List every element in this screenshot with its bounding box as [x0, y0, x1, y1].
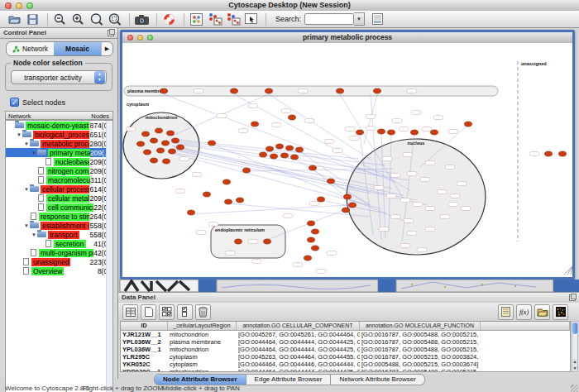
zoom-out-icon[interactable]: [52, 12, 68, 26]
table-row[interactable]: YPL036W__2plasma membrane[GO:0044464, GO…: [121, 338, 570, 346]
snapshot-icon[interactable]: [134, 12, 150, 26]
network-node[interactable]: [296, 147, 304, 152]
tree-row-response-to-stimulu[interactable]: response to stimulu264(0): [6, 212, 112, 221]
search-dropdown-icon[interactable]: ▼: [354, 12, 365, 26]
network-node[interactable]: [266, 88, 273, 93]
network-node[interactable]: [160, 88, 168, 93]
network-node[interactable]: [378, 129, 385, 134]
tree-row-multi-organism-pro[interactable]: multi-organism pro42(0): [6, 248, 112, 257]
tab-edge-attribute-browser[interactable]: Edge Attribute Browser: [246, 374, 332, 385]
copy-network-icon[interactable]: [207, 12, 223, 26]
network-node[interactable]: [162, 141, 170, 146]
tree-row-cellular-process[interactable]: ▼cellular process614(0): [6, 184, 112, 194]
delete-attribute-icon[interactable]: [195, 304, 211, 320]
network-node[interactable]: [156, 128, 163, 133]
network-node[interactable]: [163, 159, 170, 164]
network-node[interactable]: [337, 88, 344, 93]
column-header[interactable]: annotation.GO CELLULAR_COMPONENT: [237, 322, 360, 330]
network-node[interactable]: [344, 194, 352, 199]
network-node[interactable]: [235, 239, 242, 244]
more-tabs-icon[interactable]: ▶: [101, 42, 112, 55]
tree-row-cellular-metabo[interactable]: cellular metabo209(0): [6, 194, 112, 203]
tab-network-attribute-browser[interactable]: Network Attribute Browser: [331, 374, 424, 385]
column-header[interactable]: annotation.GO MOLECULAR_FUNCTION: [360, 322, 481, 330]
table-scrollbar[interactable]: ▲ ▼: [572, 321, 578, 372]
expander-icon[interactable]: ▼: [23, 141, 30, 146]
tree-row-biological-process[interactable]: ▼biological_process651(0): [6, 130, 112, 139]
tree-row-overview[interactable]: Overview8(0): [6, 266, 112, 275]
network-node[interactable]: [203, 192, 211, 197]
resize-grip[interactable]: [571, 385, 578, 392]
network-node[interactable]: [151, 138, 158, 143]
network-node[interactable]: [304, 256, 312, 261]
node-color-select[interactable]: transporter activity ▲▼: [11, 70, 107, 84]
network-node[interactable]: [223, 179, 231, 184]
network-canvas[interactable]: plasma membranecytoplasmmitochondrionnuc…: [122, 43, 572, 277]
table-header-row[interactable]: ID_cellularLayoutRegionannotation.GO CEL…: [121, 322, 570, 331]
search-input[interactable]: [304, 13, 354, 25]
formula-icon[interactable]: f(x): [516, 304, 532, 320]
app-titlebar[interactable]: Cytoscape Desktop (New Session): [0, 0, 579, 12]
tree-row-transport[interactable]: ▼transport558(0): [6, 230, 112, 239]
network-node[interactable]: [318, 197, 325, 202]
table-row[interactable]: YLR295Ccytoplasm[GO:0045263, GO:0044464,…: [121, 353, 570, 361]
network-view-window[interactable]: primary metabolic process plasma membran…: [120, 30, 575, 280]
tab-node-attribute-browser[interactable]: Node Attribute Browser: [154, 374, 246, 385]
network-node[interactable]: [312, 229, 319, 234]
network-node[interactable]: [188, 210, 195, 215]
float-panel-icon[interactable]: [569, 294, 576, 301]
tab-mosaic[interactable]: Mosaic: [54, 42, 101, 55]
network-node[interactable]: [266, 146, 274, 151]
tree-row-mosaic-demo-yeast[interactable]: mosaic-demo-yeast874(0): [6, 121, 112, 130]
network-node[interactable]: [291, 155, 299, 160]
scroll-up-icon[interactable]: ▲: [572, 359, 577, 365]
notes-icon[interactable]: [498, 304, 514, 320]
column-header[interactable]: ID: [121, 322, 168, 330]
network-node[interactable]: [225, 199, 232, 204]
network-node[interactable]: [431, 130, 438, 135]
layout-icon[interactable]: [189, 12, 204, 26]
network-node[interactable]: [172, 138, 179, 143]
tree-row-cell-communicat[interactable]: cell communicat22(0): [6, 203, 112, 212]
network-node[interactable]: [237, 198, 244, 203]
network-node[interactable]: [356, 130, 364, 135]
checkbox-checked-icon[interactable]: ✓: [10, 98, 19, 107]
network-node[interactable]: [308, 237, 315, 242]
tree-row-unassigned[interactable]: unassigned223(0): [6, 257, 112, 266]
network-node[interactable]: [388, 130, 395, 135]
network-node[interactable]: [144, 150, 151, 155]
open-file-icon[interactable]: [7, 12, 22, 26]
network-view-titlebar[interactable]: primary metabolic process: [122, 32, 572, 44]
expander-icon[interactable]: ▼: [23, 187, 30, 192]
network-node[interactable]: [177, 145, 184, 150]
network-node[interactable]: [312, 246, 319, 251]
copy-network-alt-icon[interactable]: [225, 12, 241, 26]
network-node[interactable]: [289, 115, 296, 120]
table-row[interactable]: YKR052Ccytoplasm[GO:0044464, GO:0044446,…: [121, 361, 570, 368]
matrix-browser-icon[interactable]: [553, 304, 568, 320]
table-row[interactable]: YJR121W__1mitochondrion[GO:0045267, GO:0…: [121, 331, 570, 338]
tree-row-nucleobase-[interactable]: nucleobase-209(0): [6, 157, 112, 166]
network-node[interactable]: [243, 168, 251, 173]
table-row[interactable]: YPL036W__1mitochondrion[GO:0044464, GO:0…: [121, 346, 570, 353]
network-node[interactable]: [281, 153, 289, 158]
network-node[interactable]: [208, 141, 216, 146]
tab-network[interactable]: Network: [7, 42, 54, 55]
network-node[interactable]: [349, 203, 356, 208]
expander-icon[interactable]: ▼: [23, 223, 30, 228]
network-node[interactable]: [328, 179, 335, 184]
network-node[interactable]: [286, 146, 294, 151]
zoom-selected-icon[interactable]: [107, 12, 122, 26]
network-node[interactable]: [270, 154, 278, 159]
tree-row-nitrogen-compo[interactable]: nitrogen compo209(0): [6, 166, 112, 175]
network-node[interactable]: [276, 144, 284, 149]
network-node[interactable]: [545, 151, 553, 156]
network-node[interactable]: [169, 149, 176, 154]
save-icon[interactable]: [25, 12, 41, 26]
network-node[interactable]: [167, 131, 175, 136]
tree-row-secretion[interactable]: secretion41(0): [6, 239, 112, 248]
help-icon[interactable]: [161, 12, 177, 26]
annotation-icon[interactable]: [243, 12, 259, 26]
scroll-down-icon[interactable]: ▼: [572, 366, 577, 371]
table-row[interactable]: YDR039C__1mitochondrion[GO:0044464, GO:0…: [121, 368, 570, 372]
